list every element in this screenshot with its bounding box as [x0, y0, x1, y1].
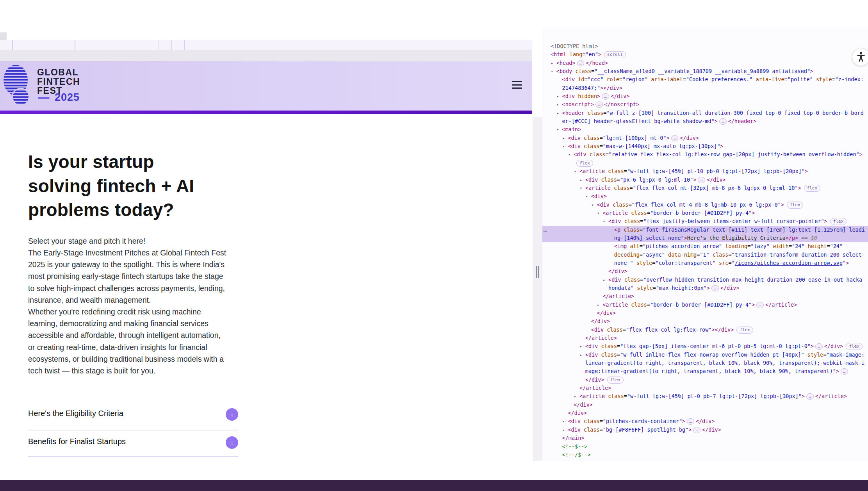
- devtools-node-line[interactable]: </div>flex: [542, 376, 868, 384]
- collapse-arrow-icon[interactable]: ▾: [574, 167, 576, 175]
- expand-arrow-icon[interactable]: ▸: [574, 392, 576, 400]
- accordion-expand-button[interactable]: ↓: [226, 408, 238, 421]
- devtools-node-line[interactable]: flex: [542, 159, 868, 167]
- collapse-arrow-icon[interactable]: ▾: [557, 125, 559, 134]
- expand-arrow-icon[interactable]: ▸: [557, 109, 559, 117]
- expand-arrow-icon[interactable]: ▸: [580, 342, 582, 350]
- devtools-node-line[interactable]: ▸<div hidden>…</div>: [542, 92, 868, 100]
- devtools-node-line[interactable]: </div>: [542, 401, 868, 409]
- collapse-arrow-icon[interactable]: ▾: [562, 142, 565, 150]
- devtools-node-line[interactable]: ▸<div class="px-6 lg:px-0 lg:ml-10">…</d…: [542, 176, 868, 184]
- accordion-expand-button[interactable]: ↓: [226, 436, 238, 449]
- devtools-node-line[interactable]: ▸<noscript>…</noscript>: [542, 100, 868, 109]
- expand-ellipsis-button[interactable]: …: [595, 102, 603, 108]
- expand-arrow-icon[interactable]: ▸: [557, 100, 559, 109]
- devtools-node-line[interactable]: </div>: [542, 317, 868, 325]
- devtools-node-line[interactable]: …<p class="font-firaSansRegular text-[#1…: [542, 226, 868, 234]
- expand-arrow-icon[interactable]: ▸: [557, 92, 559, 100]
- devtools-node-line[interactable]: </article>: [542, 384, 868, 392]
- expand-ellipsis-button[interactable]: …: [719, 118, 727, 125]
- expand-ellipsis-button[interactable]: …: [671, 135, 679, 141]
- devtools-node-line[interactable]: </div>: [542, 309, 868, 317]
- flex-badge[interactable]: flex: [830, 218, 847, 225]
- expand-arrow-icon[interactable]: ▸: [551, 59, 553, 67]
- devtools-node-line[interactable]: ▸<div class="overflow-hidden transition-…: [542, 276, 868, 284]
- devtools-node-line[interactable]: <div class="flex flex-col lg:flex-row"><…: [542, 326, 868, 334]
- devtools-node-line[interactable]: ▸<header class="w-full z-[100] transitio…: [542, 109, 868, 117]
- devtools-node-line[interactable]: <img alt="pitches accordion arrow" loadi…: [542, 242, 868, 250]
- collapse-arrow-icon[interactable]: ▾: [568, 150, 570, 159]
- collapse-arrow-icon[interactable]: ▾: [591, 201, 594, 209]
- devtools-node-line[interactable]: ▾<main>: [542, 125, 868, 134]
- devtools-node-line[interactable]: ▸<div class="bg-[#F8F6FF] spotlight-bg">…: [542, 426, 868, 434]
- expand-ellipsis-button[interactable]: …: [602, 93, 609, 100]
- accordion-item-eligibility[interactable]: Here's the Eligibility Criteria: [28, 409, 123, 418]
- expand-arrow-icon[interactable]: ▸: [603, 276, 605, 284]
- devtools-node-line[interactable]: ▸<div class="lg:mt-[100px] mt-0">…</div>: [542, 134, 868, 142]
- devtools-node-line[interactable]: ▾<div class="max-w-[1440px] mx-auto lg:p…: [542, 142, 868, 150]
- devtools-node-line[interactable]: <!DOCTYPE html>: [542, 42, 868, 50]
- devtools-node-line[interactable]: </div>: [542, 409, 868, 417]
- scroll-badge[interactable]: scroll: [604, 51, 626, 58]
- devtools-node-line[interactable]: ▾<article class="border-b border-[#D1D2F…: [542, 209, 868, 217]
- devtools-node-line[interactable]: ▾<body class="__className_af1ed0 __varia…: [542, 67, 868, 75]
- devtools-node-line[interactable]: ▾<article class="w-full lg:w-[45%] pt-10…: [542, 167, 868, 175]
- devtools-node-line[interactable]: <div id="ccc" role="region" aria-label="…: [542, 75, 868, 84]
- devtools-node-line[interactable]: linear-gradient(to right, transparent, b…: [542, 359, 868, 367]
- collapse-arrow-icon[interactable]: ▾: [597, 209, 599, 217]
- panel-resize-handle[interactable]: [536, 266, 537, 278]
- expand-arrow-icon[interactable]: ▸: [562, 426, 565, 434]
- selected-node-menu-icon[interactable]: …: [544, 226, 547, 234]
- panel-resize-handle[interactable]: [538, 266, 539, 278]
- devtools-node-line[interactable]: er-[#CCC] header-glassEffect bg-white sh…: [542, 117, 868, 125]
- devtools-node-line[interactable]: hondata" style="max-height:0px">…</div>: [542, 284, 868, 292]
- collapse-arrow-icon[interactable]: ▾: [580, 184, 582, 192]
- expand-ellipsis-button[interactable]: …: [711, 285, 719, 291]
- expand-arrow-icon[interactable]: ▸: [562, 134, 565, 142]
- devtools-node-line[interactable]: mage:linear-gradient(to right, transpare…: [542, 367, 868, 375]
- devtools-node-line[interactable]: </div>: [542, 267, 868, 275]
- flex-badge[interactable]: flex: [736, 327, 753, 334]
- flex-badge[interactable]: flex: [576, 160, 593, 167]
- expand-ellipsis-button[interactable]: …: [841, 368, 848, 375]
- flex-badge[interactable]: flex: [846, 343, 863, 350]
- expand-arrow-icon[interactable]: ▸: [562, 417, 565, 425]
- devtools-node-line[interactable]: <!--$-->: [542, 443, 868, 451]
- devtools-node-line[interactable]: ▾<div class="relative flex flex-col lg:f…: [542, 150, 868, 159]
- devtools-node-line[interactable]: 2147483647;"></div>: [542, 84, 868, 92]
- expand-arrow-icon[interactable]: ▸: [597, 301, 599, 309]
- devtools-node-line[interactable]: ▾<div>: [542, 192, 868, 200]
- devtools-node-line[interactable]: </article>: [542, 292, 868, 300]
- expand-ellipsis-button[interactable]: …: [815, 343, 823, 350]
- expand-ellipsis-button[interactable]: …: [756, 302, 764, 308]
- expand-ellipsis-button[interactable]: …: [577, 60, 585, 66]
- devtools-node-line[interactable]: ▸<article class="border-b border-[#D1D2F…: [542, 301, 868, 309]
- collapse-arrow-icon[interactable]: ▾: [551, 67, 553, 75]
- devtools-node-line[interactable]: ▾<div class="flex justify-between items-…: [542, 217, 868, 225]
- devtools-node-line[interactable]: ▾<article class="flex flex-col mt-[32px]…: [542, 184, 868, 192]
- devtools-node-line[interactable]: ▸<head>…</head>: [542, 59, 868, 67]
- collapse-arrow-icon[interactable]: ▾: [603, 217, 605, 225]
- devtools-node-line[interactable]: </article>: [542, 334, 868, 342]
- devtools-node-line[interactable]: decoding="async" data-nimg="1" class="tr…: [542, 251, 868, 259]
- devtools-node-line[interactable]: none " style="color:transparent" src="/i…: [542, 259, 868, 267]
- expand-ellipsis-button[interactable]: …: [693, 427, 700, 433]
- flex-badge[interactable]: flex: [804, 185, 821, 192]
- devtools-node-line[interactable]: ▸<article class="w-full lg:w-[45%] pt-0 …: [542, 392, 868, 400]
- accordion-item-benefits[interactable]: Benefits for Finalist Startups: [28, 437, 126, 446]
- devtools-node-line[interactable]: </main>: [542, 434, 868, 442]
- devtools-node-line[interactable]: <!--/$-->: [542, 451, 868, 459]
- hamburger-menu-icon[interactable]: [512, 81, 522, 90]
- devtools-node-line[interactable]: ▸<div class="flex gap-[5px] items-center…: [542, 342, 868, 350]
- accessibility-widget-button[interactable]: [852, 48, 868, 66]
- devtools-node-line[interactable]: <html lang="en">scroll: [542, 50, 868, 59]
- expand-ellipsis-button[interactable]: …: [806, 393, 814, 400]
- flex-badge[interactable]: flex: [787, 202, 804, 209]
- gff-logo[interactable]: GLOBAL FINTECH FEST 2025: [3, 64, 85, 106]
- devtools-node-line[interactable]: ng-[140%] select-none">Here's the Eligib…: [542, 234, 868, 242]
- devtools-node-line[interactable]: ▸<div class="pitches-cards-container">…<…: [542, 417, 868, 425]
- collapse-arrow-icon[interactable]: ▾: [586, 192, 588, 200]
- expand-arrow-icon[interactable]: ▸: [580, 351, 582, 359]
- expand-ellipsis-button[interactable]: …: [687, 418, 694, 425]
- expand-ellipsis-button[interactable]: …: [698, 177, 705, 183]
